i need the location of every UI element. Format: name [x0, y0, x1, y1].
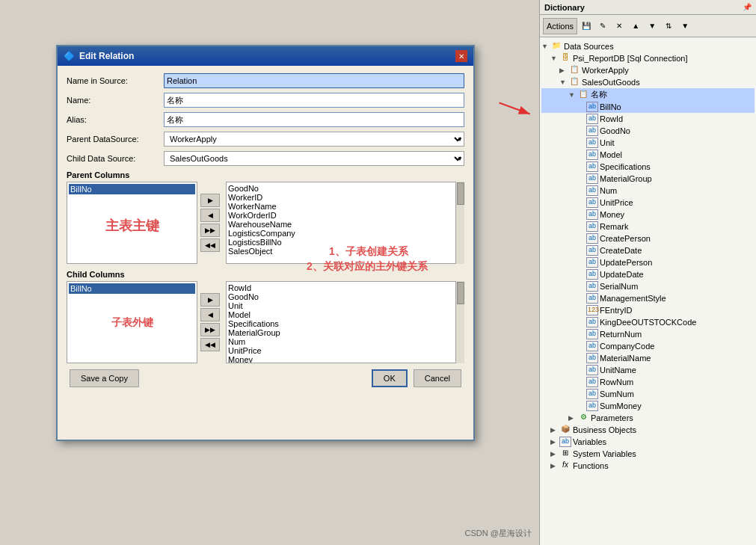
tree-item-sysvars[interactable]: ▶ ⊞ System Variables — [541, 448, 755, 460]
tree-item-functions[interactable]: ▶ fx Functions — [541, 460, 755, 472]
field-icon-remark: ab — [586, 221, 598, 232]
list-item[interactable]: GoodNo — [228, 184, 462, 193]
tree-item-model[interactable]: ab Model — [541, 149, 755, 161]
tree-item-serialnum[interactable]: ab SerialNum — [541, 280, 755, 292]
tree-item-kingdee[interactable]: ab KingDeeOUTSTOCKCode — [541, 316, 755, 328]
move-left-single-btn[interactable]: ◀ — [200, 209, 220, 222]
cancel-button[interactable]: Cancel — [414, 369, 461, 387]
list-item[interactable]: SalesObject — [228, 247, 462, 256]
list-item[interactable]: BillNo — [69, 283, 195, 294]
tree-item-money[interactable]: ab Money — [541, 209, 755, 221]
tree-item-rownum[interactable]: ab RowNum — [541, 376, 755, 388]
child-left-listbox[interactable]: BillNo 子表外键 — [67, 281, 197, 363]
delete-icon-btn[interactable]: ✕ — [612, 19, 627, 34]
child-right-listbox[interactable]: RowId GoodNo Unit Model Specifications M… — [226, 281, 464, 363]
tree-item-workerapply[interactable]: ▶ 📋 WorkerApply — [541, 64, 755, 76]
edit-icon-btn[interactable]: ✎ — [595, 19, 610, 34]
tree-item-mingcheng[interactable]: ▼ 📋 名称 — [541, 88, 755, 101]
field-icon-spec: ab — [586, 161, 598, 172]
list-item[interactable]: WorkerID — [228, 193, 462, 202]
move-left-all-btn[interactable]: ◀◀ — [200, 238, 220, 252]
field-icon-companycode: ab — [586, 341, 598, 351]
add-icon-btn[interactable]: 💾 — [579, 19, 594, 34]
tree-item-datasources[interactable]: ▼ 📁 Data Sources — [541, 40, 755, 52]
list-item[interactable]: WarehouseName — [228, 220, 462, 229]
tree-item-matgroup[interactable]: ab MaterialGroup — [541, 173, 755, 185]
tree-item-matname[interactable]: ab MaterialName — [541, 352, 755, 364]
expander-variables[interactable]: ▶ — [550, 438, 559, 446]
expander-workerapply[interactable]: ▶ — [559, 67, 568, 74]
tree-item-rowid[interactable]: ab RowId — [541, 113, 755, 125]
list-item[interactable]: GoodNo — [228, 292, 462, 301]
list-item[interactable]: Model — [228, 310, 462, 319]
move-up-btn[interactable]: ▲ — [628, 19, 643, 34]
list-item[interactable]: WorkerName — [228, 202, 462, 211]
sort-btn[interactable]: ⇅ — [661, 19, 676, 34]
list-item[interactable]: Num — [228, 337, 462, 346]
tree-item-createperson[interactable]: ab CreatePerson — [541, 233, 755, 244]
tree-item-unitprice[interactable]: ab UnitPrice — [541, 197, 755, 209]
parent-right-listbox[interactable]: GoodNo WorkerID WorkerName WorkOrderID W… — [226, 182, 464, 264]
tree-item-salesout[interactable]: ▼ 📋 SalesOutGoods — [541, 76, 755, 88]
child-move-left-single-btn[interactable]: ◀ — [200, 308, 220, 321]
tree-item-unit[interactable]: ab Unit — [541, 137, 755, 149]
expander-functions[interactable]: ▶ — [550, 462, 559, 469]
list-item[interactable]: BillNo — [69, 184, 195, 194]
name-in-source-input[interactable] — [164, 73, 464, 88]
move-right-all-btn[interactable]: ▶▶ — [200, 224, 220, 237]
move-right-single-btn[interactable]: ▶ — [200, 194, 220, 207]
list-item[interactable]: WorkOrderID — [228, 211, 462, 220]
tree-item-spec[interactable]: ab Specifications — [541, 161, 755, 173]
expander-bizobj[interactable]: ▶ — [550, 426, 559, 434]
expander-datasources[interactable]: ▼ — [541, 43, 550, 50]
list-item[interactable]: LogisticsCompany — [228, 229, 462, 238]
field-icon-rowid: ab — [586, 114, 598, 124]
tree-item-sumnum[interactable]: ab SumNum — [541, 388, 755, 400]
tree-item-parameters[interactable]: ▶ ⚙ Parameters — [541, 412, 755, 424]
move-down-btn[interactable]: ▼ — [645, 19, 660, 34]
child-move-right-single-btn[interactable]: ▶ — [200, 293, 220, 307]
tree-item-updatedate[interactable]: ab UpdateDate — [541, 268, 755, 280]
tree-item-psi[interactable]: ▼ 🗄 Psi_ReportDB [Sql Connection] — [541, 52, 755, 64]
tree-item-returnnum[interactable]: ab ReturnNum — [541, 328, 755, 340]
parent-datasource-select[interactable]: WorkerApply — [164, 132, 464, 147]
tree-item-billno[interactable]: ab BillNo — [541, 101, 755, 113]
list-item[interactable]: RowId — [228, 283, 462, 292]
tree-item-fentryid[interactable]: 123 FEntryID — [541, 304, 755, 316]
param-icon: ⚙ — [577, 413, 589, 423]
tree-item-num[interactable]: ab Num — [541, 185, 755, 197]
tree-item-mgmtstyle[interactable]: ab ManagementStyle — [541, 292, 755, 304]
tree-item-variables[interactable]: ▶ ab Variables — [541, 436, 755, 448]
save-copy-button[interactable]: Save a Copy — [70, 369, 139, 387]
child-datasource-select[interactable]: SalesOutGoods — [164, 151, 464, 166]
list-item[interactable]: UnitPrice — [228, 346, 462, 355]
list-item[interactable]: MaterialGroup — [228, 328, 462, 337]
expander-sysvars[interactable]: ▶ — [550, 450, 559, 458]
parent-left-listbox[interactable]: BillNo 主表主键 — [67, 182, 197, 264]
ok-button[interactable]: OK — [372, 369, 408, 387]
tree-item-unitname[interactable]: ab UnitName — [541, 364, 755, 376]
expander-psi[interactable]: ▼ — [550, 55, 559, 62]
tree-item-bizobj[interactable]: ▶ 📦 Business Objects — [541, 424, 755, 436]
tree-item-remark[interactable]: ab Remark — [541, 221, 755, 233]
tree-item-goodno[interactable]: ab GoodNo — [541, 125, 755, 137]
tree-item-createdate[interactable]: ab CreateDate — [541, 244, 755, 256]
list-item[interactable]: Specifications — [228, 319, 462, 328]
expander-mingcheng[interactable]: ▼ — [568, 91, 577, 99]
tree-item-summoney[interactable]: ab SumMoney — [541, 400, 755, 412]
actions-button[interactable]: Actions — [543, 18, 577, 34]
name-input[interactable] — [164, 93, 464, 108]
dialog-close-button[interactable]: ✕ — [455, 50, 467, 62]
list-item[interactable]: Money — [228, 355, 462, 363]
menu-btn[interactable]: ▼ — [677, 19, 692, 34]
list-item[interactable]: LogisticsBillNo — [228, 238, 462, 247]
field-icon-sumnum: ab — [586, 389, 598, 399]
child-move-left-all-btn[interactable]: ◀◀ — [200, 338, 220, 351]
list-item[interactable]: Unit — [228, 301, 462, 310]
tree-item-updateperson[interactable]: ab UpdatePerson — [541, 256, 755, 268]
child-move-right-all-btn[interactable]: ▶▶ — [200, 323, 220, 336]
alias-input[interactable] — [164, 112, 464, 127]
expander-salesout[interactable]: ▼ — [559, 78, 568, 86]
expander-parameters[interactable]: ▶ — [568, 414, 577, 422]
tree-item-companycode[interactable]: ab CompanyCode — [541, 340, 755, 352]
